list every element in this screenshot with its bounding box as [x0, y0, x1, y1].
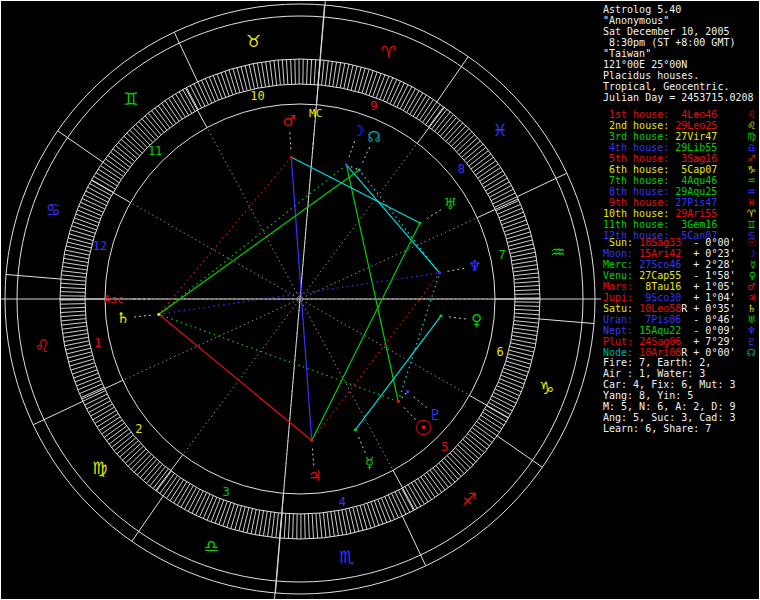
chart-place: "Taiwan": [603, 48, 759, 59]
wheel-planet-glyph-saturn: ♄: [116, 309, 129, 327]
degree-tick: [229, 70, 236, 94]
degree-tick: [314, 60, 316, 85]
house-cusp-value: 4Aqu46: [675, 175, 717, 186]
house-cusp-spoke: [208, 129, 299, 297]
degree-tick: [511, 339, 536, 344]
planet-icon: ♅: [747, 314, 759, 325]
zodiac-sign-icon: ♒: [747, 175, 759, 186]
planet-icon: ♇: [747, 336, 759, 347]
zodiac-sign-icon: ♑: [747, 164, 759, 175]
planet-point: [157, 313, 160, 316]
wheel-planet-glyph-jupiter: ♃: [308, 467, 321, 485]
degree-tick: [390, 81, 400, 104]
degree-tick: [514, 273, 539, 276]
degree-tick: [515, 294, 540, 295]
planet-label: Plut:: [603, 336, 639, 347]
degree-tick: [388, 495, 398, 518]
degree-tick: [77, 210, 100, 219]
degree-tick: [496, 200, 519, 210]
planet-point: [345, 163, 348, 166]
house-cusp-value: 29Leo25: [675, 120, 717, 131]
sign-glyph-libra: ♎: [204, 536, 219, 556]
chart-name: "Anonymous": [603, 15, 759, 26]
degree-tick: [514, 321, 539, 324]
degree-tick: [64, 254, 89, 259]
wheel-planet-glyph-pluto: ♇: [428, 406, 441, 424]
house-label: 6th house:: [603, 164, 675, 175]
sign-boundary: [437, 57, 468, 102]
degree-tick: [515, 313, 540, 315]
angle-label-mc: MC: [309, 107, 322, 120]
degree-tick: [329, 61, 332, 86]
house-number: 9: [370, 99, 377, 113]
planet-position-value: 18Sag33: [639, 237, 681, 248]
degree-tick: [374, 501, 383, 524]
degree-tick: [360, 505, 367, 529]
house-label: 8th house:: [603, 186, 675, 197]
planet-label: Venu:: [603, 270, 639, 281]
planet-point: [290, 156, 293, 159]
house-row: 11th house: 3Gem16♊: [603, 219, 759, 230]
degree-tick: [320, 513, 322, 538]
degree-tick: [270, 61, 273, 86]
house-cusp-value: 3Sag16: [675, 153, 717, 164]
zodiac-sign-icon: ♈: [747, 208, 759, 219]
degree-tick: [219, 501, 227, 525]
house-number: 4: [339, 495, 346, 509]
degree-tick: [506, 232, 530, 239]
degree-tick: [498, 382, 521, 392]
house-cusp-value: 27Pis47: [675, 197, 717, 208]
house-cusp-value: 3Gem16: [675, 219, 717, 230]
degree-tick: [70, 230, 94, 237]
house-label: 11th house:: [603, 219, 675, 230]
planet-position-value: 9Sco30: [639, 292, 681, 303]
sign-glyph-aries: ♈: [381, 42, 396, 62]
degree-tick: [62, 326, 87, 329]
degree-tick: [503, 220, 527, 228]
degree-tick: [505, 365, 529, 373]
sign-boundary: [6, 274, 61, 279]
degree-tick: [207, 497, 217, 520]
planet-pointer: [357, 434, 365, 452]
planet-point: [406, 390, 409, 393]
degree-tick: [331, 512, 335, 537]
degree-tick: [376, 75, 385, 98]
house-number: 5: [441, 440, 448, 454]
degree-tick: [515, 285, 540, 286]
degree-tick: [512, 335, 537, 339]
house-label: 10th house:: [603, 208, 675, 219]
degree-tick: [310, 59, 311, 84]
planet-velocity: - 0°00': [687, 237, 735, 248]
planet-row: Moon: 15Ari42 + 0°23'☽: [603, 248, 759, 259]
house-cusp-value: 29Aqu25: [675, 186, 717, 197]
house-cusp-spoke: [132, 204, 298, 298]
zodiac-sign-icon: ♊: [747, 219, 759, 230]
degree-tick: [205, 78, 215, 101]
sign-glyph-sagittarius: ♐: [462, 489, 477, 509]
house-row: 7th house: 4Aqu46♒: [603, 175, 759, 186]
house-number: 6: [496, 345, 503, 359]
wheel-planet-glyph-moon: ☽: [351, 122, 364, 140]
zodiac-sign-icon: ♌: [747, 109, 759, 120]
degree-tick: [373, 73, 381, 97]
degree-tick: [515, 290, 540, 291]
degree-tick: [211, 499, 220, 522]
degree-tick: [340, 63, 345, 88]
planet-icon: ♃: [747, 292, 759, 303]
degree-tick: [293, 514, 294, 539]
degree-tick: [255, 510, 260, 535]
degree-tick: [63, 333, 88, 337]
house-cusp-line: [156, 455, 183, 491]
planet-row: Sun: 18Sag33 - 0°00'☉: [603, 237, 759, 248]
degree-tick: [272, 513, 275, 538]
sign-glyph-aquarius: ♒: [550, 242, 565, 262]
aspect-sextile-line: [359, 170, 439, 273]
planet-row: Mars: 8Tau16 + 1°05'♂: [603, 281, 759, 292]
degree-tick: [60, 304, 85, 305]
degree-tick: [60, 307, 85, 308]
degree-tick: [500, 379, 523, 388]
degree-tick: [282, 60, 284, 85]
house-label: 7th house:: [603, 175, 675, 186]
degree-tick: [225, 71, 233, 95]
planet-point: [438, 271, 441, 274]
